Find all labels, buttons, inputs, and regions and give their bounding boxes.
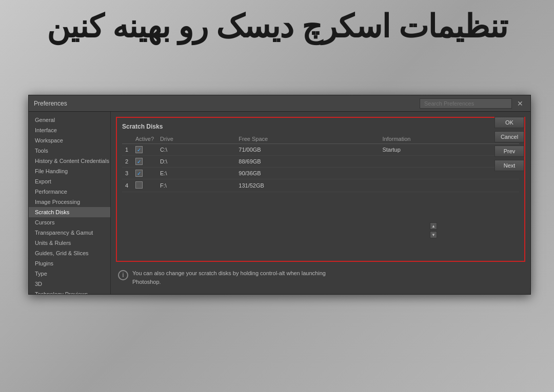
title-bar: Preferences ✕ (29, 95, 530, 112)
table-row: 2 D:\ 88/69GB (122, 156, 519, 168)
persian-title: تنظیمات اسکرچ دیسک رو بهینه کنین (0, 0, 554, 50)
table-row: 1 C:\ 71/00GB Startup (122, 144, 519, 156)
info-line-1: You can also change your scratch disks b… (132, 270, 326, 276)
prev-button[interactable]: Prev (494, 146, 524, 157)
sidebar: General Interface Workspace Tools Histor… (29, 112, 111, 294)
col-drive: Drive (157, 134, 235, 144)
sidebar-item-history[interactable]: History & Content Credentials (29, 156, 110, 166)
info-line-2: Photoshop. (132, 279, 161, 285)
main-content: General Interface Workspace Tools Histor… (29, 112, 530, 294)
info-section: i You can also change your scratch disks… (116, 266, 525, 289)
sidebar-item-general[interactable]: General (29, 115, 110, 125)
row-3-checkbox-cell[interactable] (132, 168, 157, 179)
row-2-num: 2 (122, 156, 132, 168)
col-free-space: Free Space (235, 134, 379, 144)
sidebar-item-cursors[interactable]: Cursors (29, 217, 110, 228)
row-4-info (379, 179, 519, 192)
sidebar-item-performance[interactable]: Performance (29, 187, 110, 197)
info-icon: i (118, 270, 128, 280)
preferences-window: Preferences ✕ General Interface Workspac… (28, 95, 531, 295)
disk-table: Active? Drive Free Space Information 1 (122, 134, 519, 192)
sidebar-item-workspace[interactable]: Workspace (29, 135, 110, 146)
scratch-disks-panel: Scratch Disks Active? Drive Free Space I… (116, 117, 525, 262)
row-1-free-space: 71/00GB (235, 144, 379, 156)
sidebar-item-units-rulers[interactable]: Units & Rulers (29, 238, 110, 248)
sidebar-item-plugins[interactable]: Plugins (29, 258, 110, 269)
sidebar-item-scratch-disks[interactable]: Scratch Disks (29, 207, 110, 217)
window-title: Preferences (34, 100, 67, 107)
row-4-drive: F:\ (157, 179, 235, 192)
row-1-checkbox-cell[interactable] (132, 144, 157, 156)
table-header-row: Active? Drive Free Space Information (122, 134, 519, 144)
search-input[interactable] (420, 98, 512, 109)
sidebar-item-guides-grid-slices[interactable]: Guides, Grid & Slices (29, 248, 110, 258)
row-4-checkbox-cell[interactable] (132, 179, 157, 192)
info-text: You can also change your scratch disks b… (132, 269, 326, 286)
close-button[interactable]: ✕ (515, 99, 525, 108)
row-2-checkbox-cell[interactable] (132, 156, 157, 168)
title-bar-controls: ✕ (420, 98, 525, 109)
row-4-num: 4 (122, 179, 132, 192)
row-4-checkbox[interactable] (135, 181, 143, 189)
panel-title: Scratch Disks (122, 123, 519, 130)
ok-button[interactable]: OK (494, 117, 524, 128)
sidebar-item-transparency-gamut[interactable]: Transparency & Gamut (29, 228, 110, 238)
right-buttons: OK Cancel Prev Next (494, 112, 524, 176)
table-row: 4 F:\ 131/52GB (122, 179, 519, 192)
sidebar-item-type[interactable]: Type (29, 269, 110, 279)
row-3-drive: E:\ (157, 168, 235, 179)
row-4-free-space: 131/52GB (235, 179, 379, 192)
sidebar-item-file-handling[interactable]: File Handling (29, 166, 110, 176)
sidebar-item-tools[interactable]: Tools (29, 146, 110, 156)
row-1-checkbox[interactable] (135, 146, 143, 153)
row-3-free-space: 90/36GB (235, 168, 379, 179)
row-1-drive: C:\ (157, 144, 235, 156)
cancel-button[interactable]: Cancel (494, 131, 524, 142)
row-2-checkbox[interactable] (135, 158, 143, 165)
sidebar-item-3d[interactable]: 3D (29, 279, 110, 289)
sidebar-item-technology-previews[interactable]: Technology Previews (29, 289, 110, 294)
row-2-drive: D:\ (157, 156, 235, 168)
scroll-up-button[interactable]: ▲ (430, 222, 437, 230)
sidebar-item-image-processing[interactable]: Image Processing (29, 197, 110, 207)
sidebar-item-export[interactable]: Export (29, 176, 110, 187)
row-1-num: 1 (122, 144, 132, 156)
sidebar-item-interface[interactable]: Interface (29, 125, 110, 135)
scroll-arrows: ▲ ▼ (430, 222, 437, 238)
next-button[interactable]: Next (494, 160, 524, 171)
scroll-down-button[interactable]: ▼ (430, 231, 437, 238)
table-row: 3 E:\ 90/36GB (122, 168, 519, 179)
row-3-num: 3 (122, 168, 132, 179)
col-active: Active? (132, 134, 157, 144)
row-2-free-space: 88/69GB (235, 156, 379, 168)
content-area: Scratch Disks Active? Drive Free Space I… (111, 112, 530, 294)
col-num (122, 134, 132, 144)
row-3-checkbox[interactable] (135, 170, 143, 177)
